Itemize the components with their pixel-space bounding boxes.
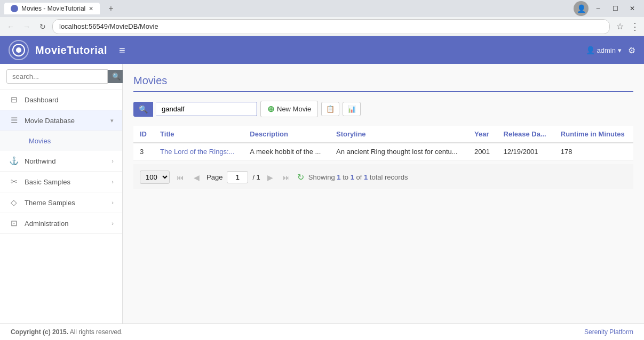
toolbar: 🔍 ⊕ New Movie 📋 📊 [133,101,633,117]
of-label: of [356,173,362,181]
northwind-icon: ⚓ [9,156,19,166]
sidebar-item-theme-samples-label: Theme Samples [25,199,75,207]
app-body: 🔍 ⊟ Dashboard ☰ Movie Database ▾ Movies … [0,64,644,323]
pagination-info: Showing 1 to 1 of 1 total records [308,173,408,181]
app-logo-inner [12,44,25,56]
col-description[interactable]: Description [243,126,330,143]
col-release-date[interactable]: Release Da... [497,126,554,143]
browser-tab[interactable]: Movies - MovieTutorial ✕ [4,3,100,14]
table-body: 3 The Lord of the Rings:... A meek hobbi… [133,143,633,160]
table-header-row: ID Title Description Storyline Year Rele… [133,126,633,143]
footer-platform-link[interactable]: Serenity Platform [584,328,633,336]
movie-title-link[interactable]: The Lord of the Rings:... [160,148,234,156]
filter-search-btn[interactable]: 🔍 [133,102,153,117]
movies-table: ID Title Description Storyline Year Rele… [133,126,633,160]
dashboard-icon: ⊟ [9,95,19,104]
app-footer: Copyright (c) 2015. All rights reserved.… [0,323,644,340]
sidebar-item-movie-database[interactable]: ☰ Movie Database ▾ [0,110,122,131]
user-icon: 👤 [586,46,595,54]
sidebar-item-administration[interactable]: ⊡ Administration › [0,213,122,234]
browser-chrome: Movies - MovieTutorial ✕ + 👤 – ☐ ✕ ← → ↻… [0,0,644,36]
column-chooser-btn[interactable]: 📊 [343,102,361,116]
next-page-btn[interactable]: ▶ [265,172,276,183]
page-title: Movies [133,75,633,92]
refresh-icon[interactable]: ↻ [297,172,304,182]
col-runtime[interactable]: Runtime in Minutes [554,126,633,143]
cell-description: A meek hobbit of the ... [243,143,330,160]
chevron-down-icon: ▾ [110,117,114,124]
movie-database-icon: ☰ [9,116,19,125]
sidebar-item-basic-samples[interactable]: ✂ Basic Samples › [0,172,122,192]
first-page-btn[interactable]: ⏮ [174,172,187,183]
new-tab-btn[interactable]: + [104,2,117,15]
table-header: ID Title Description Storyline Year Rele… [133,126,633,143]
browser-tab-title: Movies - MovieTutorial [21,5,85,12]
sidebar-item-movie-database-label: Movie Database [25,117,75,125]
header-right: 👤 admin ▾ ⚙ [586,45,635,55]
sidebar-item-northwind[interactable]: ⚓ Northwind › [0,151,122,172]
total-pages: / 1 [252,173,260,181]
administration-icon: ⊡ [9,218,19,228]
page-label: Page [206,173,222,181]
cell-runtime: 178 [554,143,633,160]
sidebar-item-dashboard[interactable]: ⊟ Dashboard [0,90,122,110]
admin-menu-btn[interactable]: 👤 admin ▾ [586,46,622,54]
chevron-right-icon-2: › [112,179,114,185]
footer-rights: All rights reserved. [70,328,123,336]
excel-export-btn[interactable]: 📋 [321,102,339,116]
records-text: total records [370,173,408,181]
address-text: localhost:56549/MovieDB/Movie [59,22,158,30]
table-row[interactable]: 3 The Lord of the Rings:... A meek hobbi… [133,143,633,160]
cell-id: 3 [133,143,154,160]
app-title: MovieTutorial [35,44,107,56]
browser-titlebar: Movies - MovieTutorial ✕ + 👤 – ☐ ✕ [0,0,644,17]
dropdown-arrow-icon: ▾ [618,46,622,54]
minimize-btn[interactable]: – [591,3,606,14]
restore-btn[interactable]: ☐ [608,3,623,14]
search-input[interactable] [6,69,108,84]
sidebar-item-movies[interactable]: Movies [25,134,122,148]
sidebar: 🔍 ⊟ Dashboard ☰ Movie Database ▾ Movies … [0,64,123,323]
to-number: 1 [351,173,354,181]
close-btn[interactable]: ✕ [625,3,640,14]
sidebar-search-box: 🔍 [0,64,122,90]
cell-release-date: 12/19/2001 [497,143,554,160]
app-header: MovieTutorial ≡ 👤 admin ▾ ⚙ [0,36,644,64]
hamburger-btn[interactable]: ≡ [116,41,129,60]
sidebar-movie-sub: Movies [0,131,122,151]
page-number-input[interactable] [227,171,248,183]
col-title[interactable]: Title [154,126,243,143]
theme-samples-icon: ◇ [9,198,19,207]
last-page-btn[interactable]: ⏭ [280,172,293,183]
browser-controls: ← → ↻ localhost:56549/MovieDB/Movie ☆ ⋮ [0,17,644,36]
admin-label: admin [597,46,616,54]
col-id[interactable]: ID [133,126,154,143]
browser-tab-close-btn[interactable]: ✕ [89,5,93,12]
share-btn[interactable]: ⚙ [628,45,635,55]
col-storyline[interactable]: Storyline [330,126,468,143]
filter-input[interactable] [156,102,257,116]
page-size-select[interactable]: 100 10 20 50 200 [140,171,170,184]
sidebar-item-theme-samples[interactable]: ◇ Theme Samples › [0,192,122,213]
basic-samples-icon: ✂ [9,177,19,187]
chevron-right-icon-4: › [112,220,114,226]
back-btn[interactable]: ← [4,20,17,33]
prev-page-btn[interactable]: ◀ [191,172,202,183]
chevron-right-icon: › [112,158,114,164]
footer-copyright: Copyright (c) 2015. [11,328,68,336]
col-year[interactable]: Year [468,126,497,143]
reload-btn[interactable]: ↻ [36,20,49,33]
cell-title: The Lord of the Rings:... [154,143,243,160]
cell-storyline: An ancient Ring thought lost for centu..… [330,143,468,160]
address-bar[interactable]: localhost:56549/MovieDB/Movie [52,19,610,34]
footer-left: Copyright (c) 2015. All rights reserved. [11,328,123,336]
total-records-count: 1 [364,173,368,181]
bookmark-icon[interactable]: ☆ [616,21,624,31]
excel-icon: 📋 [326,105,335,113]
cell-year: 2001 [468,143,497,160]
sidebar-item-dashboard-label: Dashboard [25,96,59,104]
forward-btn[interactable]: → [20,20,33,33]
from-number: 1 [337,173,340,181]
new-movie-btn[interactable]: ⊕ New Movie [260,101,318,117]
browser-menu-icon[interactable]: ⋮ [630,21,640,33]
